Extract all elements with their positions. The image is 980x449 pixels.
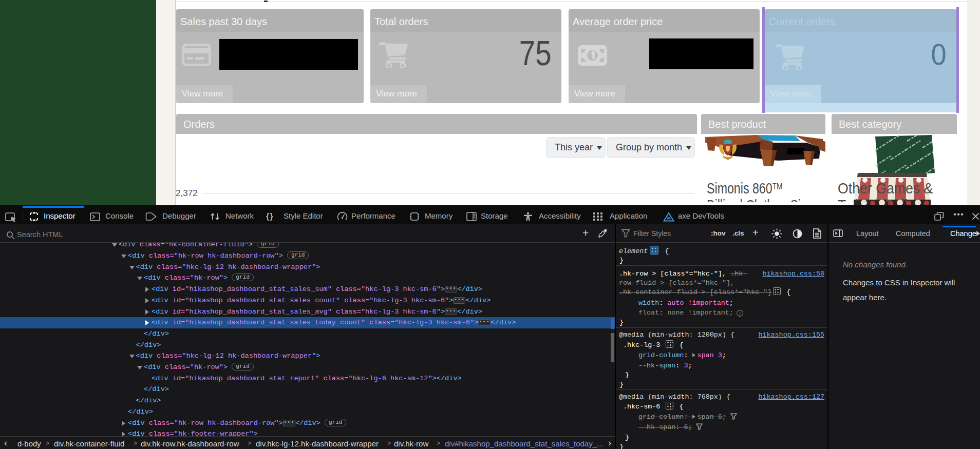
svg-text:ax: ax bbox=[667, 216, 671, 219]
